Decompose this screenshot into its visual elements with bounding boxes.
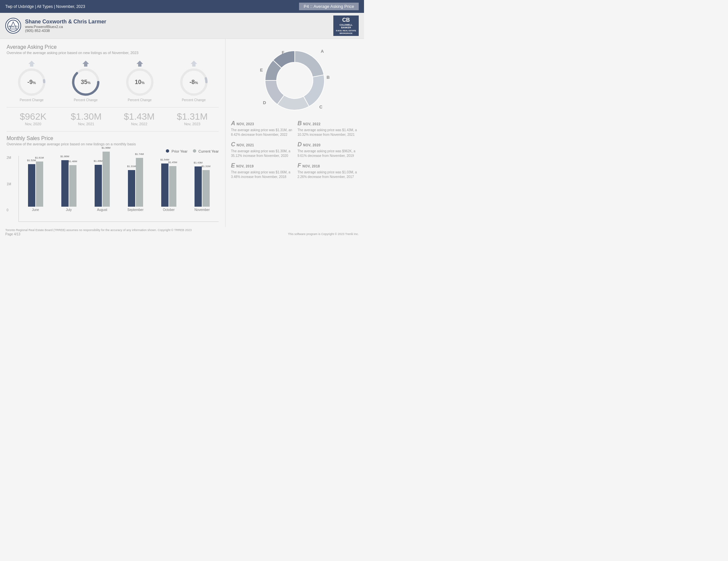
legend-month-C: Nov, 2021 <box>236 143 254 147</box>
section1-title: Average Asking Price <box>7 44 219 50</box>
gauge-item-2: 10% Percent Change <box>115 60 165 102</box>
bar-prior-3: $1.31M <box>128 170 135 207</box>
right-panel: F A B C D E A Nov, 2023 The average aski… <box>226 39 364 227</box>
section1-subtitle: Overview of the average asking price bas… <box>7 51 219 55</box>
divider2 <box>7 131 219 132</box>
gauge-circle-1: 35% <box>71 67 101 97</box>
agent-info: REALTY Shane Coxworth & Chris Larmer www… <box>5 18 106 34</box>
legend-letter-D: D <box>297 141 302 148</box>
footer-disclaimer: Toronto Regional Real Estate Board (TRRE… <box>5 229 192 232</box>
svg-rect-12 <box>138 64 141 67</box>
gauge-value-3: -8% <box>190 79 198 85</box>
price-row: $962K Nov, 2020 $1.30M Nov, 2021 $1.43M … <box>7 111 219 126</box>
bar-group-4: $1.54M $1.45M October <box>152 164 185 212</box>
price-value-0: $962K <box>7 111 60 122</box>
legend-prior-item: Prior Year <box>166 149 187 153</box>
price-item-0: $962K Nov, 2020 <box>7 111 60 126</box>
bar-month-0: June <box>32 208 39 212</box>
bar-current-5: $1.31M <box>202 170 210 207</box>
bar-current-2: $1.96M <box>103 152 110 207</box>
y-label-0: 0 <box>7 208 11 212</box>
page-number: Page 4/13 <box>5 233 20 236</box>
svg-text:REALTY: REALTY <box>9 25 18 28</box>
bar-chart-wrapper: 2M 1M 0 $1.52M $1.61M June $1.66M $1.48M… <box>7 156 219 222</box>
bar-current-1: $1.48M <box>69 165 76 207</box>
bar-pair-0: $1.52M $1.61M <box>19 162 51 207</box>
main-content: Average Asking Price Overview of the ave… <box>0 39 364 227</box>
donut-label-F: F <box>282 50 285 55</box>
copyright: This software program is Copyright © 202… <box>288 233 359 236</box>
bar-prior-5: $1.43M <box>195 167 202 207</box>
bar-group-5: $1.43M $1.31M November <box>185 167 219 212</box>
section2-subtitle: Overview of the average average price ba… <box>7 142 219 146</box>
legend-month-F: Nov, 2018 <box>302 165 320 168</box>
gauge-value-1: 35% <box>81 79 91 85</box>
y-label-2m: 2M <box>7 156 11 160</box>
y-label-1m: 1M <box>7 182 11 186</box>
bar-current-3: $1.74M <box>136 158 143 207</box>
legend-grid: A Nov, 2023 The average asking price was… <box>231 120 359 179</box>
agent-phone: (905) 852-4338 <box>25 29 106 33</box>
legend-letter-B: B <box>297 120 302 127</box>
price-month-1: Nov, 2021 <box>60 122 113 126</box>
gauge-center-1: 35% <box>81 79 91 86</box>
gauge-circle-2: 10% <box>125 67 155 97</box>
price-month-2: Nov, 2022 <box>113 122 166 126</box>
gauge-label-2: Percent Change <box>128 98 152 102</box>
donut-label-D: D <box>263 100 266 105</box>
bar-current-label-5: $1.31M <box>202 165 211 168</box>
bar-prior-4: $1.54M <box>161 164 168 207</box>
bar-current-4: $1.45M <box>169 166 176 207</box>
legend-letter-A: A <box>231 120 235 127</box>
house-icon-3 <box>190 60 198 67</box>
bar-month-1: July <box>66 208 72 212</box>
svg-marker-7 <box>82 61 89 64</box>
svg-marker-11 <box>137 61 143 64</box>
price-item-2: $1.43M Nov, 2022 <box>113 111 166 126</box>
price-value-1: $1.30M <box>60 111 113 122</box>
legend-current-item: Current Year <box>193 149 219 153</box>
legend-letter-F: F <box>297 162 301 169</box>
gauge-item-3: -8% Percent Change <box>169 60 219 102</box>
legend-month-E: Nov, 2019 <box>236 165 254 168</box>
gauge-row: -9% Percent Change 35% Percent Change <box>7 60 219 102</box>
bar-chart: $1.52M $1.61M June $1.66M $1.48M July $1… <box>18 156 219 222</box>
prior-label: Prior Year <box>171 149 187 153</box>
agent-bar: REALTY Shane Coxworth & Chris Larmer www… <box>0 13 364 39</box>
donut-label-C: C <box>319 105 322 109</box>
gauge-value-2: 10% <box>135 79 145 85</box>
bar-current-label-2: $1.96M <box>102 146 110 149</box>
legend-header-C: C Nov, 2021 <box>231 141 292 148</box>
agent-website: www.PowerofBluex2.ca <box>25 25 106 29</box>
bar-prior-label-1: $1.66M <box>60 155 69 158</box>
gauge-value-0: -9% <box>27 79 36 85</box>
svg-rect-8 <box>84 64 87 67</box>
bar-prior-label-2: $1.49M <box>94 160 103 163</box>
bar-prior-label-4: $1.54M <box>161 158 169 161</box>
coldwell-logo-box: CB COLDWELLBANKERR.M.B. REAL ESTATEBROKE… <box>333 16 359 36</box>
header-right: P4 :: Average Asking Price <box>299 3 359 10</box>
gauge-center-3: -8% <box>190 79 198 86</box>
legend-desc-C: The average asking price was $1.30M, a 3… <box>231 149 292 158</box>
bar-pair-2: $1.49M $1.96M <box>86 152 118 207</box>
bar-current-0: $1.61M <box>36 162 43 207</box>
legend-month-A: Nov, 2023 <box>236 122 254 126</box>
price-month-3: Nov, 2023 <box>166 122 219 126</box>
bar-month-4: October <box>163 208 175 212</box>
section2-title: Monthly Sales Price <box>7 136 219 141</box>
coldwell-logo: CB COLDWELLBANKERR.M.B. REAL ESTATEBROKE… <box>333 16 359 36</box>
legend-header-E: E Nov, 2019 <box>231 162 292 169</box>
bar-prior-label-5: $1.43M <box>194 161 203 164</box>
legend-desc-F: The average asking price was $1.03M, a 2… <box>297 170 359 179</box>
price-value-3: $1.31M <box>166 111 219 122</box>
legend-letter-E: E <box>231 162 235 169</box>
gauge-circle-0: -9% <box>17 67 46 97</box>
bar-month-5: November <box>195 208 210 212</box>
gauge-center-2: 10% <box>135 79 145 86</box>
bar-prior-label-0: $1.52M <box>27 159 36 162</box>
price-month-0: Nov, 2020 <box>7 122 60 126</box>
price-item-3: $1.31M Nov, 2023 <box>166 111 219 126</box>
divider1 <box>7 107 219 108</box>
legend-month-B: Nov, 2022 <box>303 122 320 126</box>
legend-entry-A: A Nov, 2023 The average asking price was… <box>231 120 292 137</box>
